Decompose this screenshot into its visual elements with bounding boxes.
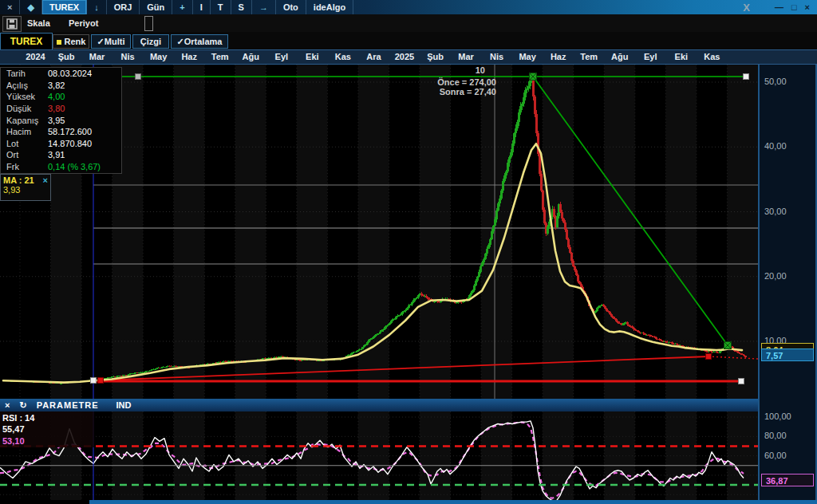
price-tick-label: 50,00	[764, 77, 787, 86]
ohlc-row: Kapanış3,95	[1, 114, 121, 126]
horizontal-scrollbar[interactable]	[89, 500, 817, 504]
price-tick-label: 30,00	[764, 207, 787, 216]
price-tick-label: 40,00	[764, 141, 787, 151]
cursor-box	[144, 16, 153, 31]
month-label: Ağu	[604, 52, 635, 61]
titlebar: ×◆TUREX↓ORJGün+ITS→OtoideAlgo X —□×	[0, 0, 817, 14]
trendline-handle[interactable]	[98, 378, 104, 384]
ma-legend-title: MA : 21	[3, 175, 34, 185]
cizgi-button[interactable]: Çizgi	[132, 34, 169, 49]
month-label: Nis	[112, 52, 144, 61]
toolbar: Skala Periyot	[0, 14, 817, 33]
periyot-menu[interactable]: Periyot	[69, 18, 98, 28]
month-label: Haz	[174, 52, 205, 61]
price-axis[interactable]: 50,0040,0030,0020,0010,00100,0080,0060,0…	[758, 65, 817, 500]
indicator-refresh-icon[interactable]: ↻	[19, 400, 26, 411]
month-label: Kas	[697, 52, 728, 61]
menu-idealgo[interactable]: ideAlgo	[306, 0, 353, 14]
month-label: May	[512, 52, 543, 61]
ind-button[interactable]: IND	[116, 400, 132, 410]
ohlc-row: Frk0,14 (% 3,67)	[1, 161, 121, 173]
month-label: Mar	[451, 52, 482, 61]
rsi-tick-label: 100,00	[764, 411, 791, 421]
crosshair-icon[interactable]: +	[172, 0, 192, 14]
month-label: Tem	[574, 52, 605, 61]
rsi-value-2: 53,10	[2, 435, 94, 447]
nav-diamond-icon[interactable]: ◆	[20, 0, 41, 14]
trendline-handle[interactable]	[91, 378, 97, 384]
ortalama-toggle[interactable]: ✓Ortalama	[171, 34, 228, 49]
ohlc-row: Düşük3,80	[1, 103, 121, 115]
detach-icon[interactable]: X	[743, 2, 750, 14]
ohlc-row: Tarih08.03.2024	[1, 68, 121, 80]
month-label: Şub	[51, 52, 82, 61]
split-after-label: Sonra = 27,40	[440, 87, 496, 96]
rsi-indicator-chart[interactable]	[0, 411, 758, 500]
menu-t[interactable]: T	[211, 0, 231, 14]
rsi-info-panel: RSI : 14 55,47 53,10	[0, 411, 94, 447]
trendline-handle[interactable]	[706, 354, 712, 360]
indicator-close-icon[interactable]: ×	[5, 400, 10, 410]
menu-s[interactable]: S	[231, 0, 252, 14]
month-label: 2025	[389, 52, 420, 61]
month-label: Eki	[665, 52, 697, 61]
menu-i[interactable]: I	[193, 0, 211, 14]
maximize-button[interactable]: □	[787, 2, 801, 12]
trendline-handle[interactable]	[744, 74, 749, 80]
renk-label: Renk	[65, 37, 86, 46]
split-ratio-label: 10	[476, 65, 485, 75]
ma-legend-box: MA : 21 × 3,93	[0, 174, 51, 201]
month-label: Eyl	[266, 52, 297, 61]
ohlc-row: Ort3,91	[1, 149, 121, 161]
month-label: Şub	[420, 52, 451, 61]
rsi-value-box: 36,87	[761, 474, 814, 486]
month-label: Mar	[81, 52, 112, 61]
symbol-title-tab[interactable]: TUREX	[42, 0, 87, 14]
rsi-tick-label: 80,00	[764, 431, 787, 440]
floppy-disk-icon	[6, 18, 18, 30]
rsi-value-1: 55,47	[2, 423, 94, 435]
month-label: Tem	[204, 52, 235, 61]
renk-button[interactable]: Renk	[53, 34, 89, 49]
ohlc-data-panel: Tarih08.03.2024Açılış3,82Yüksek4,00Düşük…	[0, 67, 122, 174]
month-label: Ağu	[235, 52, 266, 61]
month-label: 2024	[20, 52, 51, 61]
rsi-name: RSI : 14	[2, 412, 94, 423]
ohlc-row: Hacim58.172.600	[1, 126, 121, 138]
ohlc-row: Açılış3,82	[1, 80, 121, 92]
ohlc-row: Lot14.870.840	[1, 138, 121, 150]
price-tick-label: 20,00	[764, 271, 787, 281]
month-label: Nis	[481, 52, 512, 61]
parametre-button[interactable]: PARAMETRE	[37, 400, 99, 410]
month-label: Eki	[297, 52, 328, 61]
trendline-handle[interactable]	[739, 379, 744, 384]
multi-toggle[interactable]: ✓Multi	[91, 34, 131, 49]
tab-turex[interactable]: TUREX	[0, 33, 53, 49]
color-swatch-icon	[57, 40, 61, 45]
rsi-tick-label: 60,00	[764, 451, 787, 460]
panel-close-icon[interactable]: ×	[0, 0, 20, 14]
right-arrow-icon[interactable]: →	[252, 0, 276, 14]
ohlc-row: Yüksek4,00	[1, 91, 121, 103]
titlebar-items: ×◆TUREX↓ORJGün+ITS→OtoideAlgo	[0, 0, 353, 14]
menu-orj[interactable]: ORJ	[107, 0, 140, 14]
ma-legend-value: 3,93	[3, 185, 48, 195]
indicator-header: × ↻ PARAMETRE IND	[0, 399, 758, 411]
ma-close-icon[interactable]: ×	[43, 175, 48, 185]
minimize-button[interactable]: —	[771, 2, 787, 12]
month-label: Ara	[358, 52, 389, 61]
window-controls: X —□×	[743, 0, 817, 14]
menu-oto[interactable]: Oto	[276, 0, 306, 14]
last-price-box: 7,57	[761, 348, 814, 361]
month-label: May	[143, 52, 174, 61]
skala-menu[interactable]: Skala	[27, 18, 50, 28]
month-label: Haz	[543, 52, 574, 61]
menu-gun[interactable]: Gün	[140, 0, 172, 14]
down-arrow-icon[interactable]: ↓	[87, 0, 107, 14]
save-button[interactable]	[2, 16, 22, 32]
month-label: Eyl	[635, 52, 666, 61]
tabs-bar: TUREX Renk ✓Multi Çizgi ✓Ortalama	[0, 32, 817, 49]
trendline-handle[interactable]	[136, 74, 141, 80]
close-button[interactable]: ×	[801, 2, 814, 12]
time-axis[interactable]: 2024ŞubMarNisMayHazTemAğuEylEkiKasAra202…	[0, 49, 817, 65]
